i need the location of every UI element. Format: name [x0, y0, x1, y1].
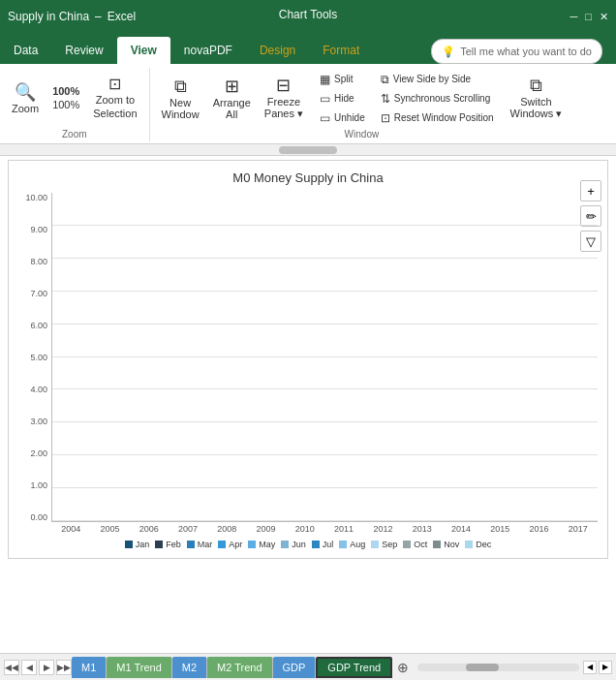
- legend-item-feb: Feb: [155, 540, 181, 549]
- x-axis: 2004200520062007200820092010201120122013…: [51, 522, 598, 534]
- view-side-by-side-label: View Side by Side: [393, 74, 471, 84]
- top-scrollbar-thumb[interactable]: [279, 146, 337, 154]
- freeze-panes-icon: ⊟: [276, 77, 291, 94]
- corner-buttons: ◀ ▶: [583, 661, 616, 674]
- reset-window-icon: ⊡: [381, 111, 390, 125]
- legend-color-jun: [281, 541, 289, 548]
- y-label-3: 3.00: [18, 417, 47, 426]
- ribbon-group-zoom: 🔍 Zoom 100% 100% ⊡ Zoom toSelection Zoom: [0, 68, 150, 141]
- new-window-button[interactable]: ⧉ NewWindow: [156, 72, 205, 126]
- zoom-label: Zoom: [12, 103, 39, 114]
- tell-me-icon: 💡: [442, 46, 455, 58]
- tab-design[interactable]: Design: [246, 37, 309, 64]
- zoom-to-selection-button[interactable]: ⊡ Zoom toSelection: [87, 72, 142, 126]
- reset-window-position-label: Reset Window Position: [394, 112, 494, 123]
- reset-window-position-button[interactable]: ⊡ Reset Window Position: [376, 109, 499, 127]
- legend-item-oct: Oct: [403, 540, 427, 549]
- tab-data[interactable]: Data: [0, 37, 51, 64]
- freeze-panes-button[interactable]: ⊟ FreezePanes ▾: [259, 72, 309, 126]
- unhide-button[interactable]: ▭ Unhide: [315, 109, 370, 127]
- y-label-8: 8.00: [18, 257, 47, 266]
- legend-label-may: May: [259, 540, 275, 549]
- legend-item-mar: Mar: [187, 540, 213, 549]
- sheet-tab-gdp[interactable]: GDP: [273, 657, 317, 678]
- bottom-scrollbar[interactable]: [414, 664, 583, 671]
- ribbon-content: 🔍 Zoom 100% 100% ⊡ Zoom toSelection Zoom…: [0, 64, 616, 143]
- corner-prev-btn[interactable]: ◀: [583, 661, 597, 674]
- file-title: Supply in China: [8, 10, 89, 23]
- legend-item-aug: Aug: [339, 540, 365, 549]
- sheet-tab-gdptrend[interactable]: GDP Trend: [316, 657, 392, 678]
- sheet-nav-controls: ◀◀ ◀ ▶ ▶▶: [4, 660, 72, 675]
- tell-me-text: Tell me what you want to do: [460, 46, 592, 57]
- x-label-2010: 2010: [286, 524, 324, 534]
- top-scrollbar[interactable]: [0, 144, 616, 156]
- x-label-2006: 2006: [130, 524, 169, 534]
- view-side-by-side-button[interactable]: ⧉ View Side by Side: [376, 71, 499, 88]
- tab-view[interactable]: View: [117, 37, 170, 64]
- zoom-button[interactable]: 🔍 Zoom: [6, 72, 45, 126]
- chart-area: 0.00 1.00 2.00 3.00 4.00 5.00 6.00 7.00 …: [18, 193, 598, 522]
- sheet-tab-m2trend[interactable]: M2 Trend: [207, 657, 272, 678]
- new-window-label: NewWindow: [162, 97, 200, 120]
- legend-color-nov: [433, 541, 441, 548]
- split-button[interactable]: ▦ Split: [315, 71, 370, 88]
- legend-color-feb: [155, 541, 163, 548]
- bars-wrapper: [52, 193, 598, 521]
- window-group-items: ⧉ NewWindow ⊞ ArrangeAll ⊟ FreezePanes ▾…: [156, 68, 569, 129]
- y-label-5: 5.00: [18, 353, 47, 362]
- legend-color-jan: [125, 541, 133, 548]
- zoom-100-button[interactable]: 100% 100%: [46, 72, 85, 126]
- legend-color-aug: [339, 541, 347, 548]
- y-label-9: 9.00: [18, 225, 47, 234]
- minimize-icon[interactable]: ─: [570, 11, 578, 22]
- corner-next-btn[interactable]: ▶: [599, 661, 612, 674]
- legend-color-may: [248, 541, 256, 548]
- switch-windows-label: SwitchWindows ▾: [510, 96, 563, 120]
- chart-container: M0 Money Supply in China + ✏ ▽ 0.00 1.00…: [8, 160, 608, 559]
- switch-windows-button[interactable]: ⧉ SwitchWindows ▾: [505, 72, 569, 126]
- legend-item-jan: Jan: [125, 540, 150, 549]
- ribbon-tabs: Data Review View novaPDF Design Format 💡…: [0, 33, 616, 64]
- hide-button[interactable]: ▭ Hide: [315, 90, 370, 108]
- close-icon[interactable]: ✕: [600, 11, 608, 23]
- window-group-label: Window: [345, 129, 380, 141]
- legend-color-sep: [371, 541, 379, 548]
- view-side-icon: ⧉: [381, 73, 389, 86]
- unhide-icon: ▭: [320, 111, 330, 125]
- sheet-tab-m1trend[interactable]: M1 Trend: [107, 657, 171, 678]
- add-sheet-button[interactable]: ⊕: [392, 657, 414, 678]
- arrange-all-button[interactable]: ⊞ ArrangeAll: [207, 72, 257, 126]
- tab-novapdf[interactable]: novaPDF: [170, 37, 246, 64]
- sheet-prev-btn[interactable]: ◀: [21, 660, 37, 675]
- title-bar-right: ─ □ ✕: [570, 11, 608, 23]
- bottom-scroll-track[interactable]: [417, 664, 579, 671]
- legend-item-sep: Sep: [371, 540, 397, 549]
- y-label-7: 7.00: [18, 289, 47, 298]
- legend-item-jun: Jun: [281, 540, 306, 549]
- sheet-next-btn[interactable]: ▶: [39, 660, 54, 675]
- tell-me-input[interactable]: 💡 Tell me what you want to do: [431, 39, 602, 64]
- legend-label-nov: Nov: [444, 540, 459, 549]
- legend-color-dec: [465, 541, 473, 548]
- x-label-2014: 2014: [442, 524, 480, 534]
- window-small-group: ▦ Split ▭ Hide ▭ Unhide: [315, 69, 370, 129]
- synchronous-scrolling-label: Synchronous Scrolling: [394, 93, 491, 104]
- tab-review[interactable]: Review: [51, 37, 116, 64]
- sheet-first-btn[interactable]: ◀◀: [4, 660, 19, 675]
- chart-legend: JanFebMarAprMayJunJulAugSepOctNovDec: [18, 534, 598, 553]
- app-name: Excel: [108, 10, 136, 23]
- switch-windows-icon: ⧉: [530, 77, 542, 94]
- legend-label-oct: Oct: [414, 540, 427, 549]
- legend-label-sep: Sep: [382, 540, 397, 549]
- maximize-icon[interactable]: □: [585, 11, 592, 22]
- sheet-tab-m2[interactable]: M2: [172, 657, 207, 678]
- x-label-2011: 2011: [324, 524, 363, 534]
- bottom-scroll-thumb[interactable]: [466, 664, 498, 671]
- sheet-tab-m1[interactable]: M1: [72, 657, 107, 678]
- tab-format[interactable]: Format: [309, 37, 373, 64]
- sheet-last-btn[interactable]: ▶▶: [56, 660, 72, 675]
- synchronous-scrolling-button[interactable]: ⇅ Synchronous Scrolling: [376, 90, 499, 108]
- legend-color-mar: [187, 541, 195, 548]
- sheet-tabs-area: ◀◀ ◀ ▶ ▶▶ M1M1 TrendM2M2 TrendGDPGDP Tre…: [0, 653, 616, 680]
